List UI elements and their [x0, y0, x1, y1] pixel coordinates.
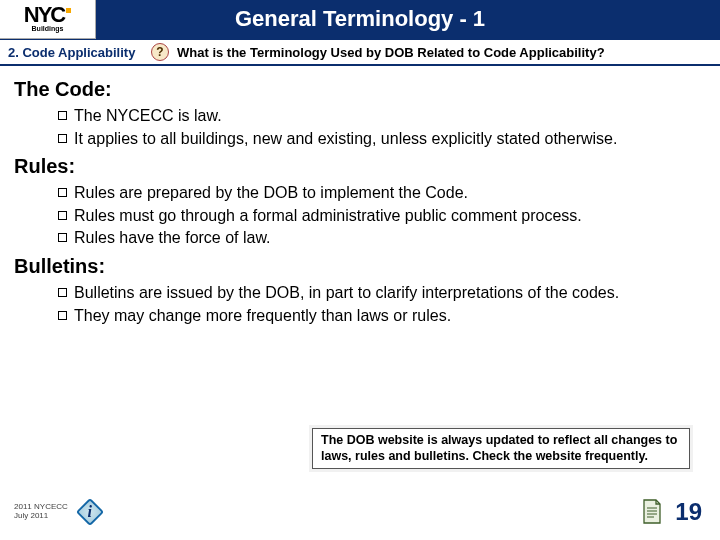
- code-list: The NYCECC is law. It applies to all bui…: [14, 105, 702, 149]
- list-item: Bulletins are issued by the DOB, in part…: [58, 282, 702, 304]
- footer-line2: July 2011: [14, 512, 68, 521]
- section-heading-code: The Code:: [14, 78, 702, 101]
- header-bar: NYC Buildings General Terminology - 1: [0, 0, 720, 40]
- subheader-bar: 2. Code Applicability ? What is the Term…: [0, 40, 720, 66]
- document-icon: [641, 499, 663, 525]
- logo-nyc-text: NYC: [24, 6, 64, 24]
- logo-dot-icon: [66, 8, 71, 13]
- nyc-buildings-logo: NYC Buildings: [0, 0, 96, 39]
- list-item: They may change more frequently than law…: [58, 305, 702, 327]
- breadcrumb: 2. Code Applicability: [0, 45, 145, 60]
- slide-title: General Terminology - 1: [96, 6, 720, 32]
- list-item: Rules have the force of law.: [58, 227, 702, 249]
- info-icon: i: [76, 498, 104, 526]
- note-callout: The DOB website is always updated to ref…: [312, 428, 690, 469]
- rules-list: Rules are prepared by the DOB to impleme…: [14, 182, 702, 249]
- list-item: The NYCECC is law.: [58, 105, 702, 127]
- footer-right: 19: [641, 498, 702, 526]
- logo-subtext: Buildings: [32, 25, 64, 32]
- section-heading-bulletins: Bulletins:: [14, 255, 702, 278]
- page-number: 19: [675, 498, 702, 526]
- list-item: Rules are prepared by the DOB to impleme…: [58, 182, 702, 204]
- list-item: It applies to all buildings, new and exi…: [58, 128, 702, 150]
- list-item: Rules must go through a formal administr…: [58, 205, 702, 227]
- content-area: The Code: The NYCECC is law. It applies …: [0, 66, 720, 326]
- footer-left: 2011 NYCECC July 2011 i: [14, 498, 104, 526]
- section-heading-rules: Rules:: [14, 155, 702, 178]
- bulletins-list: Bulletins are issued by the DOB, in part…: [14, 282, 702, 326]
- question-text: What is the Terminology Used by DOB Rela…: [177, 45, 605, 60]
- footer-meta: 2011 NYCECC July 2011: [14, 503, 68, 521]
- footer-bar: 2011 NYCECC July 2011 i 19: [0, 490, 720, 540]
- question-mark-icon: ?: [151, 43, 169, 61]
- logo-text: NYC: [24, 6, 71, 24]
